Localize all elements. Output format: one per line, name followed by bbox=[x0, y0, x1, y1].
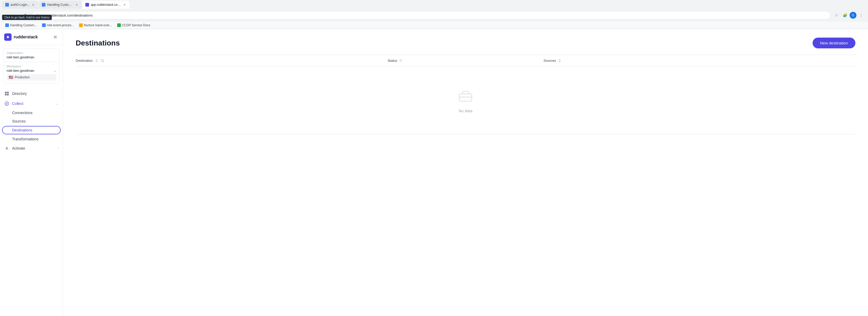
sidebar-header: rudderstack bbox=[0, 29, 63, 45]
org-section: Organization rokt-ben.goodman bbox=[3, 49, 59, 62]
browser-chrome: auth0-Login... ✕ Handling Custom... ✕ ap… bbox=[0, 0, 868, 29]
tab-close-2[interactable]: ✕ bbox=[75, 3, 79, 6]
sidebar-item-activate[interactable]: Activate › bbox=[0, 143, 63, 153]
app-container: rudderstack Organization rokt-ben.goodma… bbox=[0, 29, 868, 316]
env-name: Production bbox=[15, 76, 30, 79]
sidebar-item-collect[interactable]: Collect ⌄ bbox=[0, 98, 63, 109]
extensions-btn[interactable]: 🧩 bbox=[841, 11, 848, 19]
collapse-icon bbox=[53, 35, 58, 39]
collapse-sidebar-button[interactable] bbox=[52, 34, 59, 40]
browser-tab-2[interactable]: Handling Custom... ✕ bbox=[39, 1, 82, 9]
bookmark-nurture[interactable]: Nurture hand-over... bbox=[77, 23, 114, 28]
bookmark-handling-custom[interactable]: Handling Custom... bbox=[3, 23, 39, 28]
table-header-row: Destination Stat bbox=[76, 55, 856, 66]
transformations-label: Transformations bbox=[12, 137, 39, 141]
bookmark-star[interactable]: ☆ bbox=[833, 11, 840, 19]
sidebar-subitem-transformations[interactable]: Transformations bbox=[0, 135, 63, 143]
workspace-section: Workspace rokt-ben.goodman ⌄ 🇺🇸 Producti… bbox=[3, 62, 59, 83]
connections-label: Connections bbox=[12, 111, 33, 115]
workspace-chevron-icon[interactable]: ⌄ bbox=[54, 69, 56, 73]
svg-rect-5 bbox=[5, 94, 6, 95]
logo-area: rudderstack bbox=[4, 33, 38, 41]
directory-icon bbox=[4, 91, 9, 96]
sidebar-item-directory[interactable]: Directory bbox=[0, 89, 63, 98]
sidebar-subitem-destinations[interactable]: Destinations bbox=[2, 126, 61, 134]
browser-tab-active[interactable]: app.rudderstack.com/... ✕ bbox=[82, 1, 129, 9]
svg-rect-6 bbox=[7, 94, 9, 95]
svg-rect-0 bbox=[54, 36, 57, 36]
sidebar-item-label-activate: Activate bbox=[12, 146, 55, 150]
toolbar-right: ☆ 🧩 G ⋮ bbox=[833, 11, 865, 19]
sources-label: Sources bbox=[12, 119, 26, 123]
svg-rect-3 bbox=[5, 92, 6, 93]
collect-chevron-icon: ⌄ bbox=[56, 102, 59, 106]
destinations-label: Destinations bbox=[12, 128, 32, 132]
sidebar-item-label-collect: Collect bbox=[12, 102, 53, 106]
workspace-name: rokt-ben.goodman bbox=[6, 68, 34, 73]
status-filter-icon[interactable] bbox=[399, 59, 402, 63]
activate-icon bbox=[4, 146, 9, 151]
tab-close-active[interactable]: ✕ bbox=[123, 3, 126, 6]
new-destination-button[interactable]: New destination bbox=[812, 37, 856, 48]
page-title: Destinations bbox=[76, 39, 120, 47]
page-header: Destinations New destination bbox=[76, 37, 856, 48]
profile-avatar[interactable]: G bbox=[849, 12, 857, 19]
svg-rect-2 bbox=[54, 38, 57, 38]
destination-search-icon[interactable] bbox=[101, 59, 104, 63]
sidebar-subitem-connections[interactable]: Connections bbox=[0, 109, 63, 117]
destinations-table: Destination Stat bbox=[76, 55, 856, 134]
tab-close-1[interactable]: ✕ bbox=[31, 3, 35, 6]
browser-toolbar: ← → ↻ 🔒 app.rudderstack.com/destinations… bbox=[0, 9, 868, 21]
col-destination-header: Destination bbox=[76, 59, 388, 63]
nav-section: Directory Collect ⌄ Connections Sources bbox=[0, 86, 63, 155]
org-label: Organization bbox=[6, 51, 56, 54]
workspace-label: Workspace bbox=[6, 65, 56, 68]
bookmarks-bar: Handling Custom... rokt-event-proces... … bbox=[0, 21, 868, 29]
workspace-env[interactable]: 🇺🇸 Production bbox=[6, 74, 56, 81]
destination-col-label: Destination bbox=[76, 59, 93, 63]
collect-icon bbox=[4, 101, 9, 106]
svg-rect-4 bbox=[7, 92, 9, 93]
chrome-menu[interactable]: ⋮ bbox=[858, 11, 865, 19]
logo-icon bbox=[4, 33, 11, 41]
destination-sort-icon[interactable] bbox=[95, 59, 98, 63]
col-sources-header: Sources bbox=[544, 59, 856, 63]
bookmark-ccdp[interactable]: CCDP Service Docs bbox=[115, 23, 152, 28]
browser-tab-1[interactable]: auth0-Login... ✕ bbox=[2, 1, 38, 9]
main-content: Destinations New destination Destination bbox=[63, 29, 868, 316]
browser-tabs: auth0-Login... ✕ Handling Custom... ✕ ap… bbox=[0, 0, 868, 9]
org-name: rokt-ben.goodman bbox=[6, 55, 56, 59]
org-workspace-box: Organization rokt-ben.goodman Workspace … bbox=[3, 48, 60, 83]
empty-state-text: No data bbox=[459, 109, 473, 113]
sidebar-subitem-sources[interactable]: Sources bbox=[0, 117, 63, 125]
bookmark-rokt-event[interactable]: rokt-event-proces... bbox=[40, 23, 76, 28]
sidebar-item-label-directory: Directory bbox=[12, 91, 27, 96]
back-button-tooltip: Click to go back, hold to see history bbox=[2, 15, 52, 20]
rudderstack-logo-svg bbox=[6, 35, 10, 39]
sidebar: rudderstack Organization rokt-ben.goodma… bbox=[0, 29, 63, 316]
logo-text: rudderstack bbox=[14, 35, 38, 39]
col-status-header: Status bbox=[388, 59, 544, 63]
empty-state: No data bbox=[76, 66, 856, 134]
activate-chevron-icon: › bbox=[58, 146, 59, 150]
address-bar[interactable]: 🔒 app.rudderstack.com/destinations bbox=[32, 11, 831, 20]
workspace-name-row: rokt-ben.goodman ⌄ bbox=[6, 68, 56, 73]
svg-rect-1 bbox=[54, 37, 56, 37]
empty-state-icon bbox=[457, 88, 474, 104]
svg-point-7 bbox=[5, 102, 9, 106]
status-col-label: Status bbox=[388, 59, 397, 63]
svg-rect-9 bbox=[459, 94, 472, 101]
sources-sort-icon[interactable] bbox=[558, 59, 561, 63]
sources-col-label: Sources bbox=[544, 59, 556, 63]
env-flag: 🇺🇸 bbox=[9, 75, 13, 79]
